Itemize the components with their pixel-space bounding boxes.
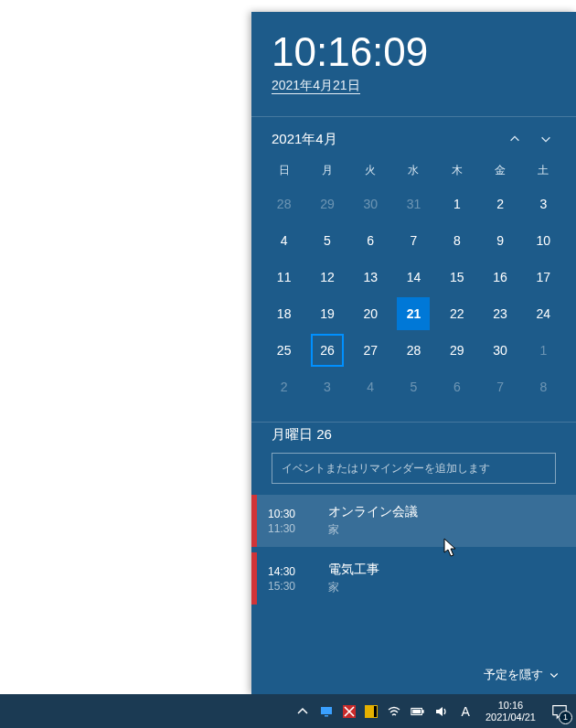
battery-icon [411, 704, 425, 719]
calendar-day[interactable]: 11 [262, 261, 305, 294]
calendar-day[interactable]: 3 [522, 187, 565, 220]
agenda-header: 月曜日 26 [251, 423, 576, 453]
calendar-day[interactable]: 18 [262, 297, 305, 330]
red-app-icon [343, 705, 356, 718]
hide-agenda-button[interactable]: 予定を隠す [251, 658, 576, 694]
taskbar-clock[interactable]: 10:16 2021/04/21 [478, 694, 543, 728]
agenda-event[interactable]: 14:3015:30電気工事家 [251, 552, 576, 605]
event-body: オンライン会議家 [328, 504, 418, 538]
svg-rect-3 [421, 710, 423, 713]
chevron-up-icon [295, 704, 310, 719]
system-tray: A 10:16 2021/04/21 1 [291, 694, 576, 728]
taskbar-clock-time: 10:16 [498, 700, 524, 712]
calendar-day-header: 月 [305, 159, 348, 184]
calendar-day[interactable]: 29 [305, 187, 348, 220]
calendar-day[interactable]: 25 [262, 334, 305, 367]
calendar-day[interactable]: 10 [522, 224, 565, 257]
calendar-day[interactable]: 9 [478, 224, 521, 257]
event-start-time: 14:30 [268, 565, 328, 578]
calendar-day-header: 火 [349, 159, 392, 184]
calendar-day[interactable]: 14 [392, 261, 435, 294]
calendar-day-header: 水 [392, 159, 435, 184]
calendar-day[interactable]: 12 [305, 261, 348, 294]
calendar-day[interactable]: 23 [478, 297, 521, 330]
add-event-input[interactable] [272, 453, 556, 484]
calendar-day[interactable]: 24 [522, 297, 565, 330]
calendar-day[interactable]: 6 [435, 370, 478, 403]
tray-app-icon[interactable] [360, 694, 382, 728]
calendar-day[interactable]: 30 [478, 334, 521, 367]
svg-rect-4 [412, 709, 421, 712]
event-location: 家 [328, 580, 379, 595]
svg-rect-0 [321, 707, 332, 714]
event-times: 14:3015:30 [257, 565, 328, 593]
event-start-time: 10:30 [268, 508, 328, 520]
calendar-day[interactable]: 27 [349, 334, 392, 367]
calendar-day[interactable]: 5 [392, 370, 435, 403]
calendar-day[interactable]: 17 [522, 261, 565, 294]
tray-app-icon[interactable] [315, 694, 338, 728]
calendar-day[interactable]: 28 [262, 187, 305, 220]
calendar-day[interactable]: 3 [305, 370, 348, 403]
chevron-down-icon [539, 133, 552, 145]
calendar-grid: 日月火水木金土282930311234567891011121314151617… [251, 157, 576, 412]
calendar-nav: 2021年4月 [251, 117, 576, 157]
tray-battery-icon[interactable] [406, 694, 430, 728]
calendar-day[interactable]: 22 [435, 297, 478, 330]
ime-mode-label: A [458, 704, 474, 719]
next-month-button[interactable] [530, 126, 561, 152]
notification-badge: 1 [559, 711, 572, 724]
calendar-day-header: 日 [262, 159, 305, 184]
calendar-day[interactable]: 8 [522, 370, 565, 403]
agenda-section: 月曜日 26 10:3011:30オンライン会議家14:3015:30電気工事家… [251, 423, 576, 694]
taskbar-clock-date: 2021/04/21 [485, 712, 536, 723]
action-center-button[interactable]: 1 [543, 694, 576, 728]
event-list: 10:3011:30オンライン会議家14:3015:30電気工事家 [251, 495, 576, 610]
calendar-day[interactable]: 15 [435, 261, 478, 294]
calendar-day[interactable]: 20 [349, 297, 392, 330]
event-title: オンライン会議 [328, 504, 418, 520]
clock-time: 10:16:09 [272, 32, 556, 72]
calendar-day[interactable]: 26 [305, 334, 348, 367]
calendar-day[interactable]: 2 [262, 370, 305, 403]
calendar-day[interactable]: 5 [305, 224, 348, 257]
calendar-day[interactable]: 1 [435, 187, 478, 220]
yellow-app-icon [365, 705, 378, 718]
ime-indicator[interactable]: A [453, 694, 478, 728]
calendar-day-header: 木 [435, 159, 478, 184]
calendar-day[interactable]: 13 [349, 261, 392, 294]
calendar-day[interactable]: 31 [392, 187, 435, 220]
tray-overflow-button[interactable] [291, 694, 315, 728]
event-end-time: 15:30 [268, 580, 328, 593]
chevron-up-icon [508, 133, 521, 145]
calendar-day[interactable]: 1 [522, 334, 565, 367]
calendar-day[interactable]: 6 [349, 224, 392, 257]
agenda-event[interactable]: 10:3011:30オンライン会議家 [251, 495, 576, 547]
prev-month-button[interactable] [499, 126, 530, 152]
calendar-day-header: 土 [522, 159, 565, 184]
event-body: 電気工事家 [328, 562, 379, 595]
calendar-day[interactable]: 4 [262, 224, 305, 257]
calendar-day[interactable]: 7 [392, 224, 435, 257]
calendar-day[interactable]: 28 [392, 334, 435, 367]
taskbar: A 10:16 2021/04/21 1 [0, 694, 576, 728]
calendar-day[interactable]: 4 [349, 370, 392, 403]
calendar-day[interactable]: 30 [349, 187, 392, 220]
calendar-day[interactable]: 29 [435, 334, 478, 367]
calendar-month-label[interactable]: 2021年4月 [272, 131, 499, 148]
tray-app-icon[interactable] [338, 694, 360, 728]
calendar-day[interactable]: 7 [478, 370, 521, 403]
event-location: 家 [328, 522, 418, 538]
calendar-day[interactable]: 8 [435, 224, 478, 257]
clock-date-link[interactable]: 2021年4月21日 [272, 78, 556, 94]
event-end-time: 11:30 [268, 522, 328, 535]
clock-section: 10:16:09 2021年4月21日 [251, 12, 576, 107]
tray-volume-icon[interactable] [430, 694, 453, 728]
calendar-day[interactable]: 16 [478, 261, 521, 294]
speaker-icon [434, 704, 449, 719]
calendar-day[interactable]: 2 [478, 187, 521, 220]
clock-date-text: 2021年4月21日 [272, 78, 360, 94]
calendar-day[interactable]: 19 [305, 297, 348, 330]
tray-network-icon[interactable] [382, 694, 406, 728]
calendar-day[interactable]: 21 [392, 297, 435, 330]
